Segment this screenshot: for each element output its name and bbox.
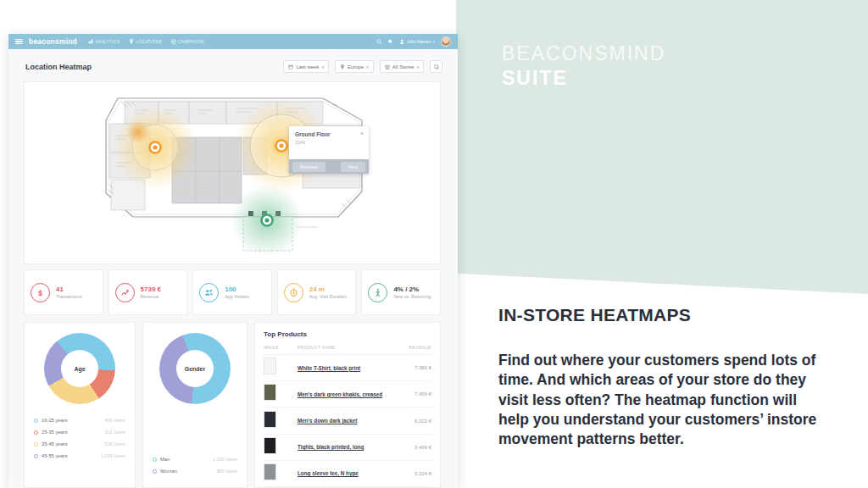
- app-logo[interactable]: beaconsmind: [29, 37, 77, 46]
- calendar-icon: [288, 64, 293, 69]
- product-link[interactable]: Tights, black printed, long: [298, 444, 364, 450]
- search-icon[interactable]: [376, 39, 382, 45]
- product-image: [264, 384, 276, 401]
- beacon-marker-left[interactable]: [150, 142, 161, 153]
- product-link[interactable]: White T-Shirt, black print: [298, 365, 360, 371]
- table-row: Tights, black printed, long 3,499 €: [264, 435, 431, 461]
- page-title: Location Heatmap: [25, 63, 92, 71]
- filter-bar: Last week ▾ Europe ▾ All Stores ▾: [283, 60, 442, 73]
- chevron-down-icon: ▾: [321, 64, 324, 69]
- beacon-marker-entrance[interactable]: [262, 215, 273, 226]
- product-link[interactable]: Men's dark green khakis, creased: [298, 391, 382, 397]
- stat-value: 41: [56, 286, 82, 293]
- region-value: Europe: [348, 64, 364, 69]
- product-image: [264, 463, 276, 480]
- age-chart-card: Age 16-25 years 456 Users 25-35 years 31…: [24, 322, 136, 488]
- product-image: [264, 358, 276, 374]
- nav-label: LOCATIONS: [136, 40, 162, 44]
- gender-chart-card: Gender Man 1,060 Users Woman 890 Users: [142, 322, 248, 488]
- top-products-card: Top Products IMAGE PRODUCT NAME REVENUE …: [254, 322, 441, 488]
- stat-label: Revenue: [141, 294, 161, 299]
- clock-icon: [284, 283, 303, 302]
- nav-label: ANALYTICS: [96, 40, 120, 44]
- stat-value: 4% / 2%: [393, 286, 431, 293]
- product-revenue: 3,499 €: [415, 445, 431, 450]
- stat-value: 100: [225, 286, 249, 293]
- nav-item-campaigns[interactable]: CAMPAIGNS: [171, 39, 204, 44]
- chevron-down-icon: ▾: [416, 64, 419, 69]
- heatmap-canvas[interactable]: Ground Floor × 2346 Previous Next: [24, 81, 441, 264]
- tooltip-title: Ground Floor: [295, 131, 331, 137]
- floor-tooltip: Ground Floor × 2346 Previous Next: [289, 126, 369, 174]
- main-nav: ANALYTICS LOCATIONS CAMPAIGNS: [88, 39, 204, 44]
- product-revenue: 3,224 €: [415, 471, 431, 476]
- slide-copy: IN-STORE HEATMAPS Find out where your cu…: [498, 305, 827, 449]
- slide-body-text: Find out where your customers spend lots…: [498, 351, 827, 449]
- grid-icon: [171, 39, 176, 44]
- product-link[interactable]: Men's down dark jacket: [298, 418, 357, 424]
- legend-item: Man 1,060 Users: [143, 453, 247, 465]
- person-icon: [399, 39, 405, 45]
- bar-chart-icon: [88, 39, 93, 44]
- app-header-bar: beaconsmind ANALYTICS LOCATIONS CAMPAIGN…: [8, 34, 458, 49]
- legend-bullet: [153, 469, 157, 474]
- users-icon: [199, 283, 219, 302]
- table-header: IMAGE PRODUCT NAME REVENUE: [264, 346, 431, 355]
- stat-card-transactions: $ 41 Transactions: [24, 269, 103, 315]
- stat-value: 5739 €: [141, 286, 161, 293]
- charts-row: Age 16-25 years 456 Users 25-35 years 31…: [24, 322, 441, 488]
- chevron-down-icon: ▾: [366, 64, 369, 69]
- stores-value: All Stores: [392, 64, 415, 69]
- bell-icon[interactable]: [387, 39, 393, 45]
- stat-card-new-returning: 4% / 2% New vs. Returning: [361, 269, 441, 315]
- legend-item: Woman 890 Users: [143, 465, 247, 477]
- top-products-title: Top Products: [264, 330, 431, 338]
- brand-line1: BEACONSMIND: [502, 42, 665, 65]
- dollar-icon: $: [31, 283, 50, 302]
- legend-bullet: [34, 454, 38, 458]
- store-icon: [385, 64, 390, 69]
- gender-legend: Man 1,060 Users Woman 890 Users: [143, 453, 247, 477]
- date-range-value: Last week: [296, 64, 319, 69]
- next-button[interactable]: Next: [341, 162, 365, 172]
- trend-icon: [115, 283, 135, 302]
- product-image: [264, 437, 276, 454]
- table-row: White T-Shirt, black print 7,080 €: [264, 355, 431, 381]
- region-dropdown[interactable]: Europe ▾: [335, 60, 374, 73]
- legend-item: 25-35 years 312 Users: [25, 426, 135, 438]
- legend-item: 35-45 years 528 Users: [25, 438, 135, 450]
- svg-text:$: $: [38, 288, 42, 297]
- legend-bullet: [34, 430, 38, 435]
- product-image: [264, 411, 276, 428]
- legend-bullet: [34, 419, 38, 423]
- table-row: Men's dark green khakis, creased 7,456 €: [264, 381, 431, 408]
- chevron-down-icon: ▾: [433, 40, 435, 44]
- map-pin-icon: [340, 64, 345, 69]
- stores-dropdown[interactable]: All Stores ▾: [380, 60, 424, 73]
- avatar[interactable]: [441, 36, 451, 47]
- heat-core-left: [126, 120, 150, 144]
- stat-label: New vs. Returning: [393, 294, 431, 299]
- map-view-button[interactable]: [430, 60, 442, 73]
- stat-label: Transactions: [56, 294, 82, 299]
- age-donut: Age: [44, 333, 115, 404]
- age-donut-center-label: Age: [61, 350, 98, 387]
- gender-donut: Gender: [159, 333, 231, 404]
- beacon-marker-right[interactable]: [276, 141, 287, 152]
- stat-label: Avg. Visit Duration: [309, 294, 347, 299]
- nav-item-analytics[interactable]: ANALYTICS: [88, 39, 120, 44]
- legend-item: 16-25 years 456 Users: [25, 414, 135, 426]
- product-link[interactable]: Long sleeve tee, N hype: [298, 470, 359, 476]
- nav-item-locations[interactable]: LOCATIONS: [129, 39, 161, 44]
- close-icon[interactable]: ×: [360, 131, 364, 136]
- user-menu[interactable]: John Hansen ▾: [399, 39, 435, 45]
- stat-label: App Visitors: [225, 294, 249, 299]
- brand-block: BEACONSMIND SUITE: [502, 42, 665, 90]
- date-range-dropdown[interactable]: Last week ▾: [283, 60, 329, 73]
- menu-icon[interactable]: [15, 39, 23, 45]
- nav-label: CAMPAIGNS: [178, 40, 204, 44]
- previous-button[interactable]: Previous: [292, 162, 326, 172]
- product-revenue: 7,456 €: [415, 391, 431, 396]
- stat-card-visit-duration: 24 m Avg. Visit Duration: [277, 269, 357, 315]
- table-row: Long sleeve tee, N hype 3,224 €: [264, 461, 431, 487]
